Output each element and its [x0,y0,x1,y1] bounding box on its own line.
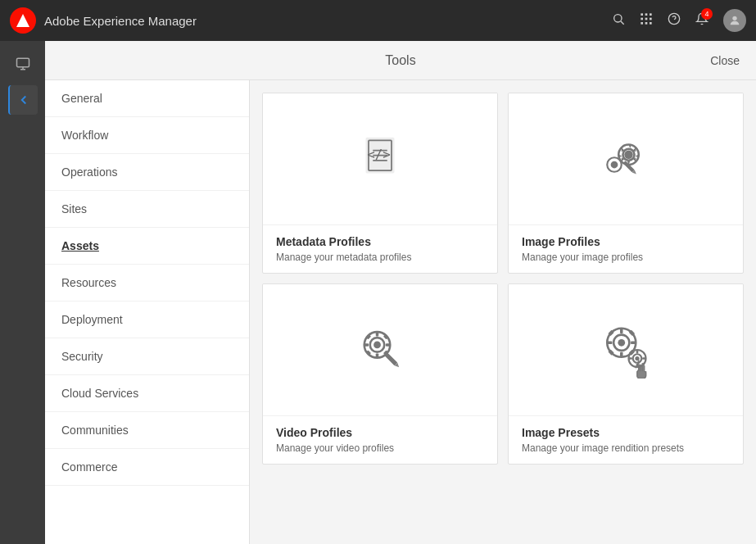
sidebar-item-security[interactable]: Security [45,338,249,375]
svg-rect-61 [642,357,645,360]
sidebar-item-deployment[interactable]: Deployment [45,301,249,338]
svg-rect-4 [645,13,648,16]
svg-rect-8 [650,18,652,20]
rail-back-icon[interactable] [8,85,38,115]
svg-rect-11 [650,22,652,25]
user-avatar[interactable] [723,9,746,32]
svg-rect-34 [376,332,379,336]
tools-title: Tools [385,53,415,68]
card-icon-area-presets [509,284,743,415]
card-video-profiles[interactable]: Video Profiles Manage your video profile… [262,283,498,465]
svg-rect-9 [641,22,643,25]
close-button[interactable]: Close [710,54,740,67]
top-nav-icons: 4 [612,9,746,32]
svg-rect-37 [386,343,390,347]
cards-area: </> Metadata Profiles Manage your metada… [250,80,756,544]
card-image-profiles[interactable]: Image Profiles Manage your image profile… [508,93,744,274]
svg-point-24 [624,151,633,160]
search-icon[interactable] [612,12,625,29]
card-info-video: Video Profiles Manage your video profile… [263,415,497,464]
svg-rect-48 [620,352,623,357]
sidebar-item-resources[interactable]: Resources [45,265,249,301]
rail-tools-icon[interactable] [8,49,38,79]
svg-point-1 [614,15,622,22]
svg-rect-10 [645,22,648,25]
inner-layout: General Workflow Operations Sites Assets… [45,80,756,544]
card-desc-video: Manage your video profiles [276,442,484,454]
sidebar-item-communities[interactable]: Communities [45,412,249,449]
card-icon-area-metadata: </> [263,93,497,224]
svg-marker-0 [16,14,29,27]
svg-rect-3 [641,13,643,16]
sidebar-item-sites[interactable]: Sites [45,191,249,228]
svg-point-33 [373,342,381,349]
sidebar-item-assets[interactable]: Assets [45,228,249,265]
sidebar: General Workflow Operations Sites Assets… [45,80,250,544]
card-info-metadata: Metadata Profiles Manage your metadata p… [263,224,497,273]
top-navigation: Adobe Experience Manager [0,0,756,41]
card-title-video: Video Profiles [276,426,484,439]
card-desc-presets: Manage your image rendition presets [522,442,730,454]
card-icon-area-image-profiles [509,93,743,224]
card-info-image-profiles: Image Profiles Manage your image profile… [509,224,743,273]
svg-rect-49 [607,342,612,345]
left-rail [0,41,45,544]
tools-header: Tools Close [45,41,756,80]
notification-badge: 4 [701,8,713,20]
card-desc-image-profiles: Manage your image profiles [522,252,730,263]
svg-rect-47 [620,329,623,333]
svg-rect-6 [641,18,643,20]
sidebar-item-operations[interactable]: Operations [45,154,249,191]
card-title-presets: Image Presets [522,426,730,439]
sidebar-item-cloud-services[interactable]: Cloud Services [45,375,249,412]
card-title-metadata: Metadata Profiles [276,235,484,248]
svg-rect-42 [384,352,397,365]
grid-icon[interactable] [640,12,653,29]
svg-line-2 [621,21,624,25]
card-metadata-profiles[interactable]: </> Metadata Profiles Manage your metada… [262,93,498,274]
card-info-presets: Image Presets Manage your image renditio… [509,415,743,464]
content-area: Tools Close General Workflow Operations … [45,41,756,544]
card-image-presets[interactable]: Image Presets Manage your image renditio… [508,283,744,465]
sidebar-item-workflow[interactable]: Workflow [45,117,249,154]
svg-text:</>: </> [367,147,390,162]
svg-point-14 [732,16,736,20]
svg-rect-36 [364,343,369,347]
sidebar-item-commerce[interactable]: Commerce [45,449,249,486]
main-layout: Tools Close General Workflow Operations … [0,41,756,544]
help-icon[interactable] [668,12,681,29]
svg-rect-58 [636,350,639,353]
svg-point-28 [611,161,618,169]
svg-rect-7 [645,18,648,20]
notifications-icon[interactable]: 4 [695,12,708,29]
svg-rect-35 [376,353,379,357]
app-logo [10,7,36,34]
card-title-image-profiles: Image Profiles [522,235,730,248]
svg-rect-15 [16,58,29,67]
card-desc-metadata: Manage your metadata profiles [276,252,484,263]
app-title: Adobe Experience Manager [44,14,612,28]
svg-rect-50 [631,342,636,345]
sidebar-item-general[interactable]: General [45,80,249,117]
card-icon-area-video [263,284,497,415]
svg-rect-60 [629,357,632,360]
svg-rect-5 [650,13,652,16]
svg-point-46 [618,339,625,347]
